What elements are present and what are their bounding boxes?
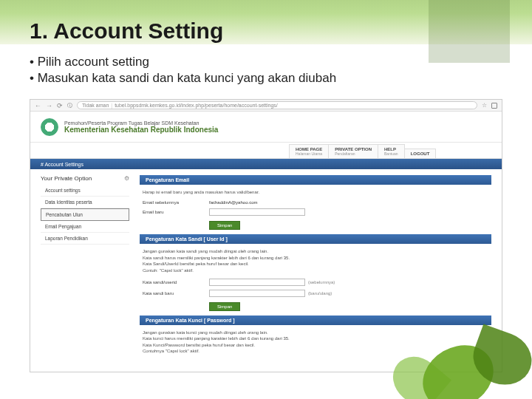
breadcrumb-banner: # Account Settings — [30, 159, 502, 169]
nav-tabs: HOME PAGEHalaman Utama PRIVATE OPTIONPen… — [30, 143, 502, 159]
site-header: Pemohon/Peserta Program Tugas Belajar SD… — [30, 112, 502, 143]
header-subtitle: Pemohon/Peserta Program Tugas Belajar SD… — [64, 120, 218, 126]
breadcrumb: # Account Settings — [41, 162, 83, 167]
sidebar-item-identitas[interactable]: Data Identitas peserta — [41, 197, 129, 208]
extension-icon[interactable] — [491, 103, 497, 109]
sidebar-item-account-settings[interactable]: Account settings — [41, 185, 129, 197]
section-email-desc: Harap isi email baru yang anda masukan h… — [140, 188, 491, 197]
sidebar-item-email-pengajuan[interactable]: Email Pengajuan — [41, 221, 129, 233]
section-email-header: Pengaturan Email — [140, 175, 491, 185]
browser-toolbar: ← → ⟳ ⓘ Tidak aman | tubel.bppsdmk.kemke… — [30, 100, 502, 112]
sandi-old-input[interactable] — [209, 279, 305, 286]
slide-title: 1. Account Setting — [0, 0, 532, 47]
sandi-new-input[interactable] — [209, 290, 305, 297]
section-kunci-desc: Jangan gunakan kata kunci yang mudah dii… — [140, 328, 491, 356]
sidebar: Your Private Option ⚙ Account settings D… — [41, 175, 129, 359]
header-title: Kementerian Kesehatan Republik Indonesia — [64, 126, 218, 134]
section-sandi-desc: Jangan gunakan kata sandi yang mudah dii… — [140, 247, 491, 275]
bullet-item: • Pilih account setting — [30, 55, 502, 69]
sidebar-item-laporan[interactable]: Laporan Pendidikan — [41, 233, 129, 245]
save-sandi-button[interactable]: Simpan — [209, 302, 240, 311]
site-header-text: Pemohon/Peserta Program Tugas Belajar SD… — [64, 120, 218, 134]
reload-icon[interactable]: ⟳ — [57, 102, 63, 109]
back-icon[interactable]: ← — [35, 102, 41, 109]
forward-icon[interactable]: → — [46, 102, 52, 109]
security-text: Tidak aman — [82, 103, 109, 108]
section-kunci-header: Pengaturan Kata Kunci [ Password ] — [140, 316, 491, 325]
tab-help[interactable]: HELPBantuan — [378, 144, 405, 158]
url-text: tubel.bppsdmk.kemkes.go.id/index.php/pes… — [115, 103, 278, 108]
email-new-input[interactable] — [209, 208, 305, 216]
gear-icon[interactable]: ⚙ — [124, 175, 129, 182]
email-previous-value: fachaddinA@yahoo.com — [209, 200, 257, 205]
section-sandi-header: Pengaturan Kata Sandi [ User Id ] — [140, 234, 491, 244]
bookmark-icon[interactable]: ☆ — [482, 102, 487, 109]
save-email-button[interactable]: Simpan — [209, 221, 240, 230]
tab-logout[interactable]: LOGOUT — [404, 149, 437, 158]
kemenkes-logo — [41, 118, 58, 136]
bullet-item: • Masukan kata sandi dan kata kunci yang… — [30, 71, 502, 86]
row-email-prev: Email sebelumnya fachaddinA@yahoo.com — [140, 200, 491, 205]
address-bar[interactable]: Tidak aman | tubel.bppsdmk.kemkes.go.id/… — [77, 101, 477, 109]
embedded-browser-screenshot: ← → ⟳ ⓘ Tidak aman | tubel.bppsdmk.kemke… — [30, 99, 502, 372]
sidebar-item-pencabutan[interactable]: Pencabutan Ulun — [41, 208, 129, 221]
row-sandi-new: Kata sandi baru (baru/ulang) — [140, 289, 491, 298]
row-sandi-old: Kata sandi/userid (sebelumnya) — [140, 278, 491, 287]
tab-private-option[interactable]: PRIVATE OPTIONPendaftaran — [328, 144, 378, 158]
security-indicator: ⓘ — [67, 102, 72, 109]
slide-bullets: • Pilih account setting • Masukan kata s… — [0, 47, 532, 95]
row-email-new: Email baru — [140, 208, 491, 216]
tab-home[interactable]: HOME PAGEHalaman Utama — [289, 144, 329, 158]
main-content: Pengaturan Email Harap isi email baru ya… — [140, 175, 491, 359]
sidebar-title: Your Private Option ⚙ — [41, 175, 129, 182]
